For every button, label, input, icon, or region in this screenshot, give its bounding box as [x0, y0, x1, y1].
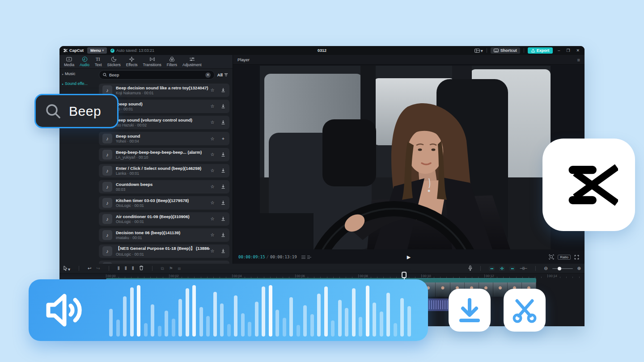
tab-media[interactable]: Media	[64, 56, 74, 67]
record-voiceover-icon[interactable]	[468, 265, 472, 272]
download-icon[interactable]	[220, 168, 226, 174]
zoom-slider-knob[interactable]	[558, 267, 561, 270]
audio-list-item[interactable]: ♪ Countdown beeps 00:03 ☆	[99, 180, 229, 194]
favorite-star-icon[interactable]: ☆	[210, 184, 215, 190]
split-left-icon[interactable]: Ⅱ	[125, 266, 127, 271]
audio-item-meta: OtoLogic · 00:01	[116, 203, 210, 208]
frame-list-icon[interactable]	[307, 255, 311, 259]
timeline-zoom-slider[interactable]	[552, 268, 573, 269]
title-bar: CapCut Menu▾ ✓ Auto saved: 13:03:21 0312…	[59, 46, 585, 55]
clear-search-icon[interactable]: ✕	[205, 72, 211, 78]
split-right-icon[interactable]: Ⅱ	[132, 266, 134, 271]
waveform-bar	[123, 296, 127, 337]
audio-item-meta: OtoLogic · 00:01	[116, 252, 210, 257]
preview-axis-toggle[interactable]: ▪▪	[509, 266, 515, 271]
audio-item-title: (beep sound)	[116, 101, 210, 106]
capcut-app-icon[interactable]	[542, 139, 635, 231]
search-input[interactable]: Beep ✕	[99, 70, 215, 80]
favorite-star-icon[interactable]: ☆	[210, 168, 215, 174]
magnetic-snap-toggle[interactable]: ▪▪	[489, 266, 494, 271]
audio-list-item[interactable]: ♪ Enter / Click / Select sound (beep)(14…	[99, 164, 229, 177]
sidebar-item-music[interactable]: ▸Music	[59, 69, 95, 79]
favorite-star-icon[interactable]: ☆	[210, 248, 215, 254]
tab-effects[interactable]: Effects	[126, 56, 138, 67]
download-icon[interactable]	[220, 232, 226, 238]
trim-handle-icon[interactable]: ⊣⊢	[520, 266, 527, 271]
sidebar-item-sound-effe-[interactable]: ▸Sound effe...	[59, 79, 95, 88]
favorite-star-icon[interactable]: ☆	[210, 152, 215, 158]
waveform-bar	[380, 311, 383, 337]
favorite-star-icon[interactable]: ☆	[210, 200, 215, 206]
maximize-button[interactable]: ❐	[565, 48, 571, 53]
download-icon[interactable]	[220, 120, 226, 126]
audio-list-item[interactable]: ♪ Beep-beep-beep-beep-beep-beep... (alar…	[99, 148, 229, 161]
redo-icon[interactable]: ↪	[96, 266, 100, 271]
zoom-in-icon[interactable]: ⊕	[577, 266, 581, 271]
fullscreen-icon[interactable]	[574, 255, 579, 260]
favorite-star-icon[interactable]: ☆	[210, 120, 215, 126]
waveform-bar	[255, 302, 258, 337]
divider	[79, 266, 79, 271]
tab-transitions[interactable]: Transitions	[143, 56, 161, 67]
audio-list-item[interactable]: ♪ Beep sound Yoheii · 00:04 ☆ +	[99, 132, 229, 145]
undo-icon[interactable]: ↩	[88, 266, 91, 271]
audio-clip[interactable]	[426, 299, 449, 311]
tab-stickers[interactable]: Stickers	[107, 56, 121, 67]
beep-search-callout[interactable]: Beep	[34, 94, 119, 128]
favorite-star-icon[interactable]: ☆	[210, 232, 215, 238]
tab-audio[interactable]: Audio	[80, 56, 89, 67]
video-preview[interactable]	[260, 66, 551, 249]
divider	[535, 266, 536, 271]
favorite-star-icon[interactable]: ☆	[210, 136, 215, 141]
download-icon[interactable]	[220, 248, 226, 254]
fit-zoom-icon[interactable]	[549, 254, 554, 260]
download-icon[interactable]	[220, 88, 226, 93]
download-action-button[interactable]	[449, 289, 491, 332]
audio-list-item[interactable]: ♪ Air conditioner 01-09 (Beep)(310906) O…	[99, 212, 229, 226]
minimize-button[interactable]: –	[556, 48, 561, 53]
play-button[interactable]: ▶	[407, 254, 411, 260]
tab-adjustment[interactable]: Adjustment	[182, 56, 202, 67]
beep-search-text: Beep	[69, 104, 101, 119]
waveform-bar	[151, 304, 154, 337]
crop-icon[interactable]: ⧈	[178, 266, 181, 271]
add-icon[interactable]: +	[220, 136, 226, 141]
favorite-star-icon[interactable]: ☆	[210, 104, 215, 109]
audio-list-item[interactable]: ♪ Beep decision sound like a retro toy(1…	[99, 84, 229, 97]
download-icon[interactable]	[220, 216, 226, 222]
filter-button[interactable]: All	[217, 72, 230, 77]
download-icon[interactable]	[220, 184, 226, 190]
audio-list-item[interactable]: ♪ Kitchen timer 03-03 (Beep)(1279578) Ot…	[99, 196, 229, 210]
tab-label: Stickers	[107, 63, 121, 67]
cut-action-button[interactable]	[504, 289, 546, 332]
favorite-star-icon[interactable]: ☆	[210, 216, 215, 222]
split-icon[interactable]: Ⅱ	[118, 266, 120, 271]
shortcut-button[interactable]: Shortcut	[491, 47, 520, 54]
frame-view-icon[interactable]	[301, 255, 305, 259]
select-tool-icon[interactable]: ▾	[63, 265, 70, 272]
audio-list-item[interactable]: ♪ Decision tone 06 (beep)(141139) imatak…	[99, 228, 229, 242]
export-button[interactable]: Export	[528, 47, 553, 54]
download-icon[interactable]	[220, 104, 226, 109]
tab-label: Adjustment	[182, 63, 202, 67]
menu-button[interactable]: Menu▾	[87, 47, 107, 54]
playhead-handle[interactable]	[402, 272, 407, 278]
mirror-icon[interactable]: ⧉	[161, 266, 164, 271]
audio-list-item[interactable]: ♪ 【NES General Purpose 01-18 (Beep)】 (13…	[99, 244, 229, 258]
layout-icon[interactable]: ▾	[475, 48, 483, 53]
autosave-status: ✓ Auto saved: 13:03:21	[110, 48, 154, 53]
music-note-icon: ♪	[102, 166, 112, 176]
favorite-star-icon[interactable]: ☆	[210, 88, 215, 93]
linkage-toggle[interactable]: ✣	[499, 266, 505, 271]
tab-filters[interactable]: Filters	[167, 56, 177, 67]
audio-list-item[interactable]: ♪ 【NES General Purpose 01-20 (Beep)】 (13…	[99, 261, 229, 264]
download-icon[interactable]	[220, 152, 226, 158]
delete-icon[interactable]	[139, 265, 144, 271]
player-menu-icon[interactable]: ≡	[577, 57, 580, 63]
flag-icon[interactable]: ⚑	[169, 266, 173, 271]
ratio-button[interactable]: Ratio	[558, 255, 571, 260]
zoom-out-icon[interactable]: ⊖	[544, 266, 547, 271]
tab-text[interactable]: TIText	[95, 56, 102, 67]
close-button[interactable]: ✕	[575, 48, 581, 53]
download-icon[interactable]	[220, 200, 226, 206]
